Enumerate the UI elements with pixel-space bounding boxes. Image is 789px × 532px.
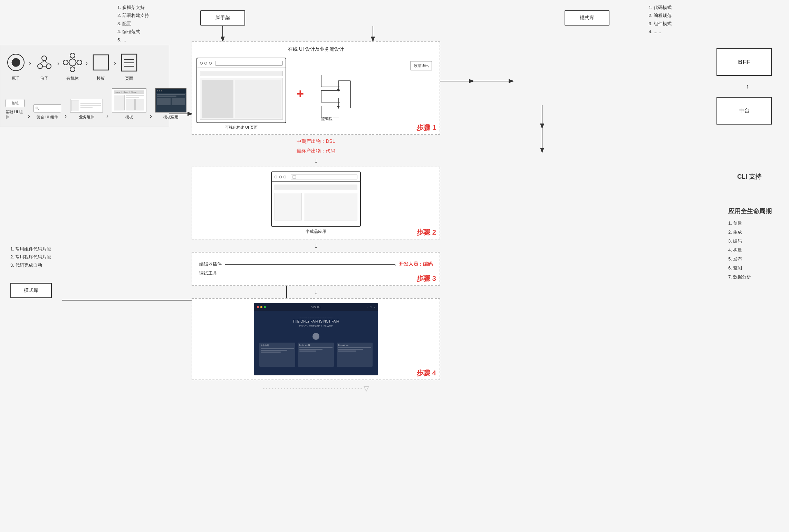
svg-point-23 xyxy=(70,67,75,72)
atom-item: 原子 xyxy=(6,52,26,81)
card-title-1: 公告信息 xyxy=(261,344,294,347)
browser-col: 可视化构建 UI 页面 xyxy=(196,58,286,130)
editor-plugin-row: 编辑器插件 → 开发人员：编码 xyxy=(199,261,433,267)
step1-label: 步骤 1 xyxy=(416,123,436,132)
bff-label: BFF xyxy=(738,59,750,66)
flow-label: 流编程 xyxy=(321,116,333,121)
semi-app-bar xyxy=(272,172,360,182)
card-line-3b xyxy=(338,349,363,350)
final-sub: ENJOY CREATE & SHARE xyxy=(299,325,333,328)
atom-icon xyxy=(6,52,26,73)
template-app-label: 模板应用 xyxy=(163,115,179,120)
browser-mockup xyxy=(196,58,286,123)
svg-point-16 xyxy=(38,64,42,69)
pattern-lib-left: 模式库 xyxy=(10,283,52,298)
svg-rect-30 xyxy=(93,55,108,70)
lifecycle-4: 4. 构建 xyxy=(728,246,772,255)
step4-label: 步骤 4 xyxy=(416,368,436,378)
template-comp-label: 模板 xyxy=(125,115,133,120)
basic-ui-label: 基础 UI 组件 xyxy=(6,109,25,120)
lifecycle-6: 6. 监测 xyxy=(728,264,772,273)
play-button xyxy=(312,333,319,340)
atomic-row: 原子 › 份子 › xyxy=(6,52,164,81)
atom-label: 原子 xyxy=(12,76,20,81)
basic-ui-comp: 按钮 基础 UI 组件 xyxy=(6,99,25,120)
browser-bar xyxy=(197,58,286,68)
svg-point-21 xyxy=(69,59,76,66)
svg-line-18 xyxy=(40,61,44,64)
svg-point-22 xyxy=(70,53,75,58)
card-title-3: Contact Us xyxy=(338,344,371,346)
snippets-list: 1. 常用组件代码片段 2. 常用程序代码片段 3. 代码完成自动 xyxy=(10,245,51,269)
final-card-1: 公告信息 xyxy=(259,343,295,367)
feature-4: 4. 编程范式 xyxy=(117,28,149,36)
window-controls: −□× xyxy=(367,306,375,308)
arrow-line: → xyxy=(225,264,395,265)
card-line-3a xyxy=(338,347,371,348)
pattern-lib-left-label: 模式库 xyxy=(24,287,38,294)
card-title-2: hello, world xyxy=(299,344,333,346)
molecule-item: 份子 xyxy=(34,52,55,81)
flow-col: 数据通讯 流编程 xyxy=(314,58,435,123)
final-app-bar: VISUAL −□× xyxy=(254,303,378,311)
feature-2: 2. 部署构建支持 xyxy=(117,11,149,19)
organism-label: 有机体 xyxy=(66,76,79,81)
top-left-features: 1. 多框架支持 2. 部署构建支持 3. 配置 4. 编程范式 5. ... xyxy=(117,3,149,44)
more-items: 4. ...... xyxy=(649,28,672,36)
page-icon xyxy=(119,52,139,73)
right-panel: BFF ↕ 中台 xyxy=(716,48,779,125)
arrow-down-2: ↓ xyxy=(192,242,440,249)
final-card-2: hello, world xyxy=(298,343,334,367)
lifecycle-list: 1. 创建 2. 生成 3. 编码 4. 构建 5. 发布 6. 监测 7. 数… xyxy=(728,219,772,282)
zhongtai-label: 中台 xyxy=(739,107,750,115)
chevron-3: › xyxy=(86,60,88,67)
molecule-label: 份子 xyxy=(40,76,48,81)
component-mode: 3. 组件模式 xyxy=(649,20,672,28)
code-output: 最终产出物：代码 xyxy=(192,148,440,154)
card-line-1b xyxy=(261,350,287,351)
template-app-comp: 模板应用 xyxy=(155,88,186,120)
dot-yellow xyxy=(260,306,262,308)
feature-1: 1. 多框架支持 xyxy=(117,3,149,11)
debug-tool-row: 调试工具 xyxy=(199,270,433,276)
template-app-mockup xyxy=(155,88,186,112)
semi-app-mockup xyxy=(271,171,361,227)
pattern-lib-top-label: 模式库 xyxy=(580,15,594,21)
template-mockup: Home|Blog|About xyxy=(112,88,146,112)
lifecycle-7: 7. 数据分析 xyxy=(728,273,772,282)
molecule-icon xyxy=(34,52,55,73)
final-app-content: ········································… xyxy=(254,311,378,375)
semi-app-content xyxy=(272,182,360,226)
svg-point-15 xyxy=(42,56,47,61)
semi-app-col: 半成品应用 xyxy=(196,171,435,235)
organism-item: 有机体 xyxy=(62,52,83,81)
bottom-dashes: - - - - - - - - - - - - - - - - - - - - … xyxy=(192,384,440,393)
business-comp-label: 业务组件 xyxy=(79,115,94,120)
step3-section: 编辑器插件 → 开发人员：编码 调试工具 步骤 3 xyxy=(192,252,440,286)
lifecycle-3: 3. 编码 xyxy=(728,237,772,246)
search-mockup xyxy=(33,104,61,112)
plus-sign: + xyxy=(297,87,304,101)
template-item: 模板 xyxy=(90,52,111,81)
code-mode: 1. 代码模式 xyxy=(649,3,672,11)
bff-box: BFF xyxy=(716,48,772,76)
chevron-2: › xyxy=(57,60,59,67)
pattern-lib-top-box: 模式库 xyxy=(565,10,609,26)
svg-line-19 xyxy=(44,61,49,64)
step3-label: 步骤 3 xyxy=(416,274,436,283)
arrow-down-3: ↓ xyxy=(192,288,440,295)
data-comm-box: 数据通讯 xyxy=(411,61,432,70)
svg-point-35 xyxy=(36,107,38,109)
semi-app-label: 半成品应用 xyxy=(306,229,326,235)
svg-point-24 xyxy=(63,60,68,65)
svg-point-13 xyxy=(12,58,20,67)
final-cards: 公告信息 hello, world Contact Us xyxy=(259,343,373,367)
lifecycle-title: 应用全生命周期 xyxy=(728,207,772,215)
final-card-3: Contact Us xyxy=(337,343,373,367)
final-headline: THE ONLY FAIR IS NOT FAIR xyxy=(292,319,339,323)
chevron-1: › xyxy=(29,60,31,67)
app-lifecycle: 应用全生命周期 1. 创建 2. 生成 3. 编码 4. 构建 5. 发布 6.… xyxy=(728,207,772,282)
svg-point-25 xyxy=(77,60,82,65)
step4-section: VISUAL −□× ·····························… xyxy=(192,298,440,380)
dot-red xyxy=(257,306,259,308)
